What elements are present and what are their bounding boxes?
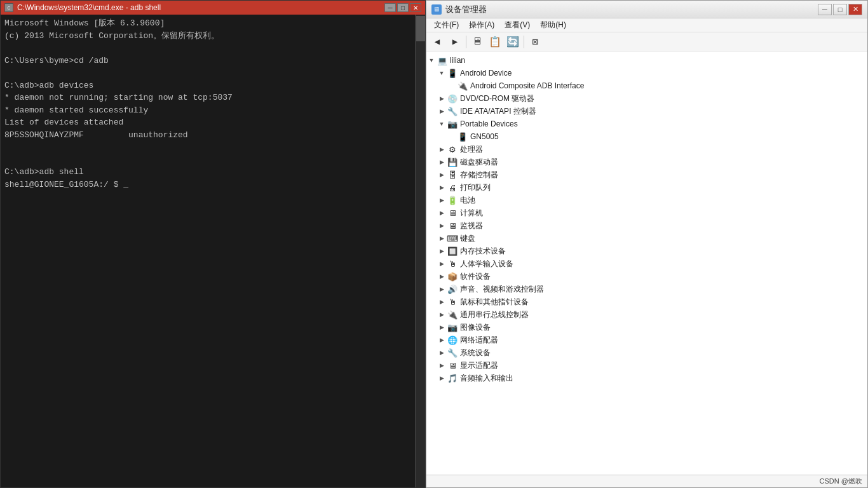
menu-help[interactable]: 帮助(H) — [535, 18, 571, 32]
tree-label-portable: Portable Devices — [460, 119, 518, 128]
tree-item-image[interactable]: ▶📷图像设备 — [426, 321, 867, 334]
tree-item-processor[interactable]: ▶⚙处理器 — [426, 143, 867, 156]
tree-icon-audio-io: 🎵 — [447, 373, 458, 383]
tree-expander-computer[interactable]: ▶ — [437, 208, 447, 218]
tree-expander-usb[interactable]: ▶ — [437, 309, 447, 320]
tree-expander-storage[interactable]: ▶ — [437, 170, 447, 180]
tree-item-monitor[interactable]: ▶🖥监视器 — [426, 219, 867, 232]
tree-expander-image[interactable]: ▶ — [437, 322, 447, 332]
cmd-scrollbar-thumb[interactable] — [416, 16, 425, 41]
tree-item-portable[interactable]: ▼📷Portable Devices — [426, 118, 867, 130]
tree-icon-hid: 🖱 — [447, 259, 458, 269]
tree-expander-android-device[interactable]: ▼ — [437, 68, 447, 78]
tree-item-adb-interface[interactable]: 🔌Android Composite ADB Interface — [426, 79, 867, 92]
toolbar-separator-1 — [466, 36, 466, 48]
cmd-window: C C:\Windows\system32\cmd.exe - adb shel… — [0, 0, 426, 488]
tree-item-display[interactable]: ▶🖥显示适配器 — [426, 359, 867, 372]
tree-item-android-device[interactable]: ▼📱Android Device — [426, 67, 867, 79]
tree-label-gn5005: GN5005 — [470, 132, 499, 141]
tree-expander-audio[interactable]: ▶ — [437, 284, 447, 294]
tree-expander-portable[interactable]: ▼ — [437, 119, 447, 129]
tree-label-root: lilian — [450, 56, 465, 65]
tree-item-computer[interactable]: ▶🖥计算机 — [426, 207, 867, 219]
tree-label-storage: 存储控制器 — [460, 170, 498, 180]
tree-item-dvd[interactable]: ▶💿DVD/CD-ROM 驱动器 — [426, 92, 867, 105]
tree-item-system[interactable]: ▶🔧系统设备 — [426, 346, 867, 359]
menu-action[interactable]: 操作(A) — [464, 18, 499, 32]
tree-expander-adb-interface[interactable] — [447, 81, 457, 91]
tree-icon-dvd: 💿 — [447, 93, 458, 104]
tree-icon-mouse: 🖱 — [447, 297, 458, 307]
devmgr-maximize-button[interactable]: □ — [833, 4, 847, 15]
tree-expander-keyboard[interactable]: ▶ — [437, 233, 447, 243]
tree-label-adb-interface: Android Composite ADB Interface — [470, 81, 584, 90]
devmgr-menubar: 文件(F) 操作(A) 查看(V) 帮助(H) — [426, 18, 867, 32]
tree-expander-software[interactable]: ▶ — [437, 271, 447, 281]
cmd-close-button[interactable]: ✕ — [410, 3, 421, 12]
cmd-scrollbar[interactable] — [415, 15, 425, 487]
tree-item-gn5005[interactable]: 📱GN5005 — [426, 130, 867, 143]
toolbar-computer-button[interactable]: 🖥 — [469, 34, 485, 50]
tree-item-battery[interactable]: ▶🔋电池 — [426, 194, 867, 207]
menu-file[interactable]: 文件(F) — [429, 18, 464, 32]
tree-item-print[interactable]: ▶🖨打印队列 — [426, 181, 867, 194]
tree-label-android-device: Android Device — [460, 69, 512, 78]
cmd-maximize-button[interactable]: □ — [397, 3, 409, 12]
tree-item-mouse[interactable]: ▶🖱鼠标和其他指针设备 — [426, 295, 867, 308]
tree-expander-gn5005[interactable] — [447, 132, 457, 142]
tree-icon-print: 🖨 — [447, 182, 458, 193]
tree-icon-display: 🖥 — [447, 360, 458, 370]
tree-item-software[interactable]: ▶📦软件设备 — [426, 270, 867, 283]
devmgr-close-button[interactable]: ✕ — [848, 4, 862, 15]
toolbar-uninstall-button[interactable]: ⊠ — [527, 34, 543, 50]
toolbar-properties-button[interactable]: 📋 — [487, 34, 503, 50]
tree-expander-processor[interactable]: ▶ — [437, 144, 447, 154]
tree-expander-battery[interactable]: ▶ — [437, 195, 447, 205]
tree-item-network[interactable]: ▶🌐网络适配器 — [426, 334, 867, 346]
tree-item-ide[interactable]: ▶🔧IDE ATA/ATAPI 控制器 — [426, 105, 867, 118]
toolbar-forward-button[interactable]: ▶ — [447, 34, 463, 50]
devmgr-minimize-button[interactable]: ─ — [818, 4, 832, 15]
tree-expander-dvd[interactable]: ▶ — [437, 93, 447, 104]
tree-label-computer: 计算机 — [460, 208, 483, 219]
toolbar-separator-2 — [524, 36, 524, 48]
tree-expander-disk[interactable]: ▶ — [437, 157, 447, 167]
menu-view[interactable]: 查看(V) — [499, 18, 535, 32]
tree-item-storage[interactable]: ▶🗄存储控制器 — [426, 168, 867, 181]
tree-expander-print[interactable]: ▶ — [437, 182, 447, 193]
tree-expander-memory[interactable]: ▶ — [437, 246, 447, 256]
tree-expander-network[interactable]: ▶ — [437, 335, 447, 345]
tree-expander-hid[interactable]: ▶ — [437, 259, 447, 269]
toolbar-update-button[interactable]: 🔄 — [505, 34, 521, 50]
tree-label-keyboard: 键盘 — [460, 233, 475, 244]
tree-item-disk[interactable]: ▶💾磁盘驱动器 — [426, 156, 867, 168]
tree-label-monitor: 监视器 — [460, 220, 483, 231]
tree-expander-ide[interactable]: ▶ — [437, 106, 447, 116]
tree-icon-audio: 🔊 — [447, 284, 458, 294]
tree-item-usb[interactable]: ▶🔌通用串行总线控制器 — [426, 308, 867, 321]
tree-label-print: 打印队列 — [460, 182, 491, 193]
tree-icon-gn5005: 📱 — [457, 132, 468, 142]
tree-item-audio[interactable]: ▶🔊声音、视频和游戏控制器 — [426, 283, 867, 295]
toolbar-back-button[interactable]: ◀ — [429, 34, 445, 50]
tree-expander-mouse[interactable]: ▶ — [437, 297, 447, 307]
devmgr-toolbar: ◀ ▶ 🖥 📋 🔄 ⊠ — [426, 32, 867, 51]
tree-expander-system[interactable]: ▶ — [437, 348, 447, 358]
tree-item-audio-io[interactable]: ▶🎵音频输入和输出 — [426, 372, 867, 384]
tree-expander-root[interactable]: ▼ — [426, 55, 437, 65]
tree-icon-adb-interface: 🔌 — [457, 81, 468, 91]
tree-label-mouse: 鼠标和其他指针设备 — [460, 297, 529, 308]
devmgr-tree[interactable]: ▼💻lilian▼📱Android Device🔌Android Composi… — [426, 51, 867, 475]
devmgr-titlebar: 🖥 设备管理器 ─ □ ✕ — [426, 1, 867, 18]
tree-expander-audio-io[interactable]: ▶ — [437, 373, 447, 383]
tree-item-hid[interactable]: ▶🖱人体学输入设备 — [426, 257, 867, 270]
devmgr-app-icon: 🖥 — [431, 4, 442, 15]
tree-item-keyboard[interactable]: ▶⌨键盘 — [426, 232, 867, 245]
tree-item-memory[interactable]: ▶🔲内存技术设备 — [426, 245, 867, 257]
cmd-titlebar: C C:\Windows\system32\cmd.exe - adb shel… — [1, 1, 425, 15]
cmd-minimize-button[interactable]: ─ — [384, 3, 396, 12]
tree-item-root[interactable]: ▼💻lilian — [426, 54, 867, 67]
tree-expander-display[interactable]: ▶ — [437, 360, 447, 370]
tree-label-display: 显示适配器 — [460, 360, 498, 371]
tree-expander-monitor[interactable]: ▶ — [437, 220, 447, 231]
